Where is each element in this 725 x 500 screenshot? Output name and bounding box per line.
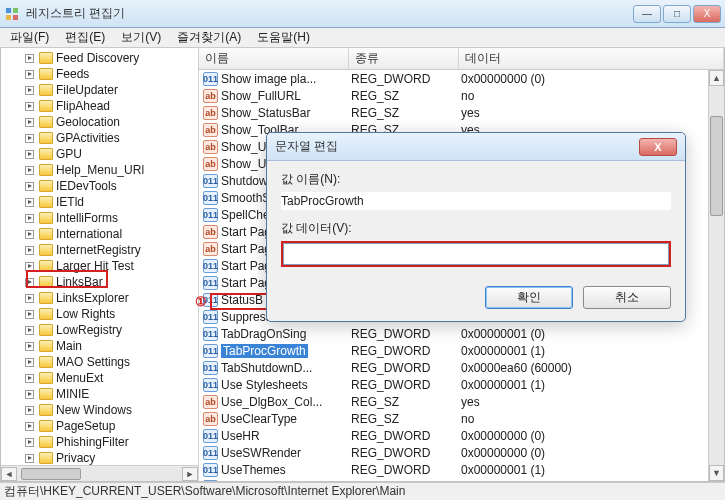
dialog-title: 문자열 편집 [275,138,639,155]
scroll-right-icon[interactable]: ► [182,467,198,481]
expand-icon[interactable]: ▸ [25,454,34,463]
tree-item[interactable]: ▸Main [19,338,198,354]
tree-item-label: MAO Settings [56,355,130,369]
list-row[interactable]: 011UseThemesREG_DWORD0x00000001 (1) [199,461,708,478]
maximize-button[interactable]: □ [663,5,691,23]
expand-icon[interactable]: ▸ [25,70,34,79]
expand-icon[interactable]: ▸ [25,342,34,351]
list-row[interactable]: abShow_FullURLREG_SZno [199,87,708,104]
expand-icon[interactable]: ▸ [25,358,34,367]
row-type: REG_BINARY [351,480,461,482]
col-type[interactable]: 종류 [349,48,459,69]
expand-icon[interactable]: ▸ [25,230,34,239]
tree-item[interactable]: ▸GPU [19,146,198,162]
list-row[interactable]: abShow_StatusBarREG_SZyes [199,104,708,121]
row-name: UseClearType [221,412,351,426]
scroll-left-icon[interactable]: ◄ [1,467,17,481]
list-row[interactable]: 011UseHRREG_DWORD0x00000000 (0) [199,427,708,444]
scroll-up-icon[interactable]: ▲ [709,70,724,86]
tree-item[interactable]: ▸FileUpdater [19,82,198,98]
cancel-button[interactable]: 취소 [583,286,671,309]
tree-item[interactable]: ▸Privacy [19,450,198,466]
tree-item-label: GPU [56,147,82,161]
tree-item[interactable]: ▸PhishingFilter [19,434,198,450]
expand-icon[interactable]: ▸ [25,54,34,63]
row-name: TabDragOnSing [221,327,351,341]
list-row[interactable]: abUse_DlgBox_Col...REG_SZyes [199,393,708,410]
expand-icon[interactable]: ▸ [25,262,34,271]
expand-icon[interactable]: ▸ [25,198,34,207]
list-row[interactable]: 011TabProcGrowthREG_DWORD0x00000001 (1) [199,342,708,359]
dword-icon: 011 [203,378,218,392]
expand-icon[interactable]: ▸ [25,118,34,127]
menu-file[interactable]: 파일(F) [4,28,55,47]
list-row[interactable]: 011UseSWRenderREG_DWORD0x00000000 (0) [199,444,708,461]
menu-fav[interactable]: 즐겨찾기(A) [171,28,247,47]
tree-item[interactable]: ▸GPActivities [19,130,198,146]
row-data: yes [461,106,708,120]
tree-item[interactable]: ▸MINIE [19,386,198,402]
menu-edit[interactable]: 편집(E) [59,28,111,47]
value-data-input[interactable] [283,243,669,265]
tree-item[interactable]: ▸IntelliForms [19,210,198,226]
ok-button[interactable]: 확인 [485,286,573,309]
folder-icon [39,228,53,240]
tree-item[interactable]: ▸New Windows [19,402,198,418]
expand-icon[interactable]: ▸ [25,134,34,143]
expand-icon[interactable]: ▸ [25,438,34,447]
close-button[interactable]: X [693,5,721,23]
list-row[interactable]: abUseClearTypeREG_SZno [199,410,708,427]
tree-item[interactable]: ▸LinksExplorer [19,290,198,306]
expand-icon[interactable]: ▸ [25,406,34,415]
expand-icon[interactable]: ▸ [25,214,34,223]
row-data: 0x00000001 (1) [461,463,708,477]
expand-icon[interactable]: ▸ [25,102,34,111]
expand-icon[interactable]: ▸ [25,246,34,255]
list-vscrollbar[interactable]: ▲ ▼ [708,70,724,481]
list-row[interactable]: 011Window_Place...REG_BINARY2c 00 00 00 … [199,478,708,481]
expand-icon[interactable]: ▸ [25,182,34,191]
vscroll-thumb[interactable] [710,116,723,216]
expand-icon[interactable]: ▸ [25,374,34,383]
minimize-button[interactable]: — [633,5,661,23]
tree-item[interactable]: ▸MAO Settings [19,354,198,370]
tree-item[interactable]: ▸MenuExt [19,370,198,386]
expand-icon[interactable]: ▸ [25,326,34,335]
tree-item[interactable]: ▸LowRegistry [19,322,198,338]
expand-icon[interactable]: ▸ [25,166,34,175]
tree-item[interactable]: ▸IETld [19,194,198,210]
expand-icon[interactable]: ▸ [25,390,34,399]
expand-icon[interactable]: ▸ [25,422,34,431]
tree-item[interactable]: ▸Feed Discovery [19,50,198,66]
dialog-close-button[interactable]: X [639,138,677,156]
tree-item[interactable]: ▸International [19,226,198,242]
menu-view[interactable]: 보기(V) [115,28,167,47]
expand-icon[interactable]: ▸ [25,310,34,319]
expand-icon[interactable]: ▸ [25,86,34,95]
expand-icon[interactable]: ▸ [25,278,34,287]
tree-item[interactable]: ▸IEDevTools [19,178,198,194]
expand-icon[interactable]: ▸ [25,150,34,159]
menu-help[interactable]: 도움말(H) [251,28,316,47]
col-name[interactable]: 이름 [199,48,349,69]
row-type: REG_DWORD [351,344,461,358]
tree-item[interactable]: ▸Help_Menu_URl [19,162,198,178]
list-row[interactable]: 011TabDragOnSingREG_DWORD0x00000001 (0) [199,325,708,342]
tree-item[interactable]: ▸LinksBar [19,274,198,290]
list-row[interactable]: 011Show image pla...REG_DWORD0x00000000 … [199,70,708,87]
tree-hscrollbar[interactable]: ◄ ► [1,465,198,481]
tree-item[interactable]: ▸Low Rights [19,306,198,322]
expand-icon[interactable]: ▸ [25,294,34,303]
tree-item[interactable]: ▸Geolocation [19,114,198,130]
tree-item[interactable]: ▸Larger Hit Test [19,258,198,274]
col-data[interactable]: 데이터 [459,48,724,69]
tree-item[interactable]: ▸FlipAhead [19,98,198,114]
scroll-down-icon[interactable]: ▼ [709,465,724,481]
list-row[interactable]: 011Use StylesheetsREG_DWORD0x00000001 (1… [199,376,708,393]
row-type: REG_SZ [351,395,461,409]
tree-item[interactable]: ▸Feeds [19,66,198,82]
list-row[interactable]: 011TabShutdownD...REG_DWORD0x0000ea60 (6… [199,359,708,376]
hscroll-thumb[interactable] [21,468,81,480]
tree-item[interactable]: ▸PageSetup [19,418,198,434]
tree-item[interactable]: ▸InternetRegistry [19,242,198,258]
